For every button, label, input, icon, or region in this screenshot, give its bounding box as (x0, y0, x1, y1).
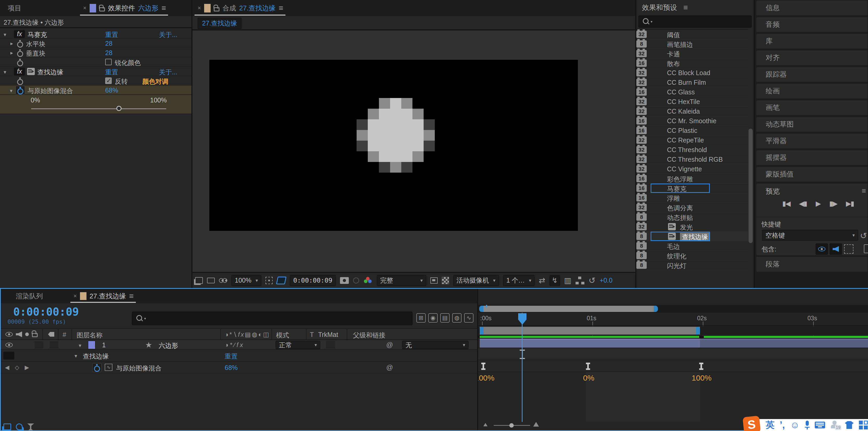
list-item[interactable]: 32阈值 (636, 30, 748, 39)
prev-frame-button[interactable]: ◀▮ (799, 200, 807, 208)
tab-effect-controls[interactable]: × 效果控件 六边形 ≡ (78, 0, 171, 16)
list-item[interactable]: 32CC Burn Film (636, 78, 748, 87)
playhead-line[interactable] (522, 313, 523, 422)
layer-expander-icon[interactable]: ▾ (79, 342, 81, 349)
next-frame-button[interactable]: ▮▶ (829, 200, 837, 208)
lock-icon[interactable] (214, 7, 219, 11)
dock-panel-smoother[interactable]: 平滑器 (756, 134, 867, 148)
dock-panel-info[interactable]: 信息 (756, 1, 867, 15)
channels-icon[interactable] (363, 277, 373, 284)
lock-icon[interactable] (99, 7, 105, 11)
dock-panel-library[interactable]: 库 (756, 34, 867, 49)
keyframe-nav-add[interactable]: ◇ (15, 364, 22, 371)
roi-icon[interactable] (430, 277, 438, 284)
property-row-blend[interactable]: ▾ 与原始图像混合 68% (0, 86, 191, 95)
reset-preview-icon[interactable]: ↺ (860, 231, 867, 241)
include-audio-toggle[interactable] (830, 243, 842, 255)
list-item[interactable]: 16CC Mr. Smoothie (636, 116, 748, 126)
about-link[interactable]: 关于... (159, 68, 177, 77)
preview-timecode[interactable]: 0:00:00:09 (290, 275, 336, 286)
first-frame-button[interactable]: ▮◀ (782, 200, 790, 208)
close-icon[interactable]: × (73, 293, 77, 299)
chevron-right-icon[interactable]: ▸ (10, 40, 13, 47)
shy-layer-icon[interactable]: ◉ (428, 313, 438, 323)
panel-menu-icon[interactable]: ≡ (862, 186, 866, 195)
effect-reset-link[interactable]: 重置 (225, 352, 238, 361)
keyframe-icon[interactable] (586, 363, 590, 370)
chevron-down-icon[interactable]: ▾ (4, 31, 6, 38)
show-snapshot-icon[interactable] (353, 277, 359, 284)
ime-mic-icon[interactable] (805, 421, 810, 429)
panel-menu-icon[interactable]: ≡ (683, 3, 688, 12)
stopwatch-icon[interactable] (17, 40, 23, 47)
navigator-right-handle[interactable] (654, 306, 658, 312)
flowchart-icon[interactable] (576, 277, 584, 284)
timeline-navigator[interactable] (478, 305, 868, 313)
graph-editor-icon[interactable]: ∿ (464, 313, 473, 323)
work-area-bar[interactable] (480, 327, 700, 335)
dock-panel-motion-sketch[interactable]: 动态草图 (756, 117, 867, 132)
chevron-right-icon[interactable]: ▸ (10, 50, 13, 56)
ime-skin-icon[interactable] (845, 421, 854, 429)
ime-punctuation-icon[interactable]: ’, (780, 420, 785, 430)
shortcut-dropdown[interactable]: 空格键▾ (762, 230, 858, 241)
work-area-start-handle[interactable] (480, 327, 484, 335)
list-item[interactable]: 16散布 (636, 58, 748, 68)
reset-link[interactable]: 重置 (105, 68, 118, 77)
list-item[interactable]: 8纹理化 (636, 251, 748, 260)
comp-viewer[interactable] (192, 31, 635, 272)
property-row[interactable]: ◀ ◇ ▶ ∿ 与原始图像混合 68% @ (1, 362, 477, 374)
stopwatch-box[interactable] (16, 86, 25, 95)
blend-slider-knob[interactable] (116, 106, 122, 111)
fast-preview-icon[interactable]: ↯ (550, 275, 560, 286)
last-frame-button[interactable]: ▶▮ (846, 200, 854, 208)
list-item[interactable]: 16浮雕 (636, 193, 748, 203)
list-item[interactable]: 32色调分离 (636, 203, 748, 212)
time-ruler[interactable]: :00s 01s 02s 03s (478, 313, 868, 326)
audio-cell[interactable] (35, 341, 43, 349)
reset-exposure-icon[interactable]: ↺ (589, 276, 595, 285)
dock-panel-brushes[interactable]: 画笔 (756, 100, 867, 115)
expand-inout-panes-icon[interactable] (27, 424, 34, 430)
property-value[interactable]: 68% (105, 87, 118, 94)
keyframe-nav-next[interactable]: ▶ (25, 364, 32, 371)
property-pickwhip-icon[interactable]: @ (386, 364, 393, 371)
export-icon[interactable] (864, 245, 868, 253)
include-video-toggle[interactable] (815, 243, 828, 255)
monitor-icon[interactable] (207, 278, 215, 283)
property-row-sharp-colors[interactable]: 锐化颜色 (0, 57, 191, 67)
list-item[interactable]: 16彩色浮雕 (636, 174, 748, 183)
list-item-selected-find-edges[interactable]: 8查找边缘 (636, 232, 748, 241)
list-item[interactable]: 32CC Vignette (636, 164, 748, 174)
expand-transfer-controls-icon[interactable] (16, 424, 23, 430)
list-item[interactable]: 16CC Glass (636, 87, 748, 97)
list-item[interactable]: 32卡通 (636, 49, 748, 58)
effects-search-input[interactable]: ▾ (639, 16, 752, 28)
layer-duration-bar[interactable] (478, 339, 868, 348)
zoom-dropdown[interactable]: 100%▾ (231, 275, 261, 286)
parent-column-label[interactable]: 父级和链接 (353, 331, 385, 340)
keyframe-icon[interactable] (481, 363, 486, 370)
comp-canvas[interactable] (209, 60, 578, 231)
property-value[interactable]: 28 (105, 40, 113, 47)
reset-link[interactable]: 重置 (105, 30, 118, 39)
list-item[interactable]: 32CC RepeTile (636, 136, 748, 145)
about-link[interactable]: 关于... (159, 30, 177, 39)
dock-panel-mask-interpolation[interactable]: 蒙版插值 (756, 167, 867, 182)
value-graph-icon[interactable]: ∿ (105, 364, 113, 371)
blend-slider-track[interactable] (31, 108, 166, 109)
zoom-slider-knob[interactable] (509, 423, 514, 428)
tab-render-queue[interactable]: 渲染队列 (1, 289, 68, 304)
mask-toggle-icon[interactable] (276, 277, 286, 284)
list-item[interactable]: 32CC Kaleida (636, 107, 748, 116)
timeline-panel-icon[interactable]: ▥ (564, 276, 571, 285)
dock-panel-wiggler[interactable]: 摇摆器 (756, 150, 867, 165)
list-item[interactable]: 32CC HexTile (636, 97, 748, 107)
navigator-left-handle[interactable] (479, 306, 483, 312)
ime-toolbox-icon[interactable] (859, 421, 868, 429)
layer-visibility-toggle[interactable] (5, 343, 13, 347)
ime-keyboard-icon[interactable] (815, 422, 825, 428)
chevron-down-icon[interactable]: ▾ (4, 69, 6, 75)
sharp-colors-checkbox[interactable] (105, 59, 112, 65)
ime-account-icon[interactable]: 19 (830, 421, 840, 429)
